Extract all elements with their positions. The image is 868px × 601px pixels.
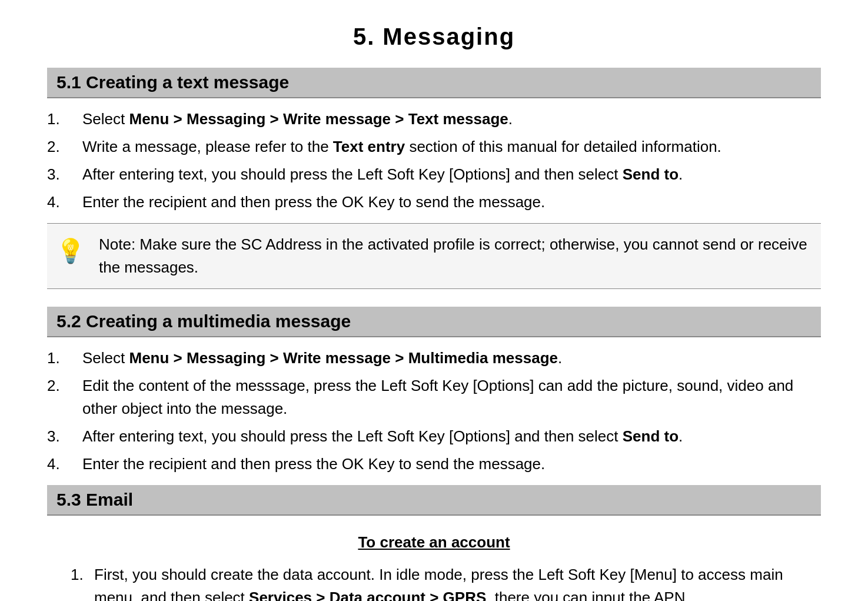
list-item: 4. Enter the recipient and then press th… — [47, 453, 821, 476]
list-item: 2. Write a message, please refer to the … — [47, 135, 821, 158]
bold-text: Menu > Messaging > Write message > Text … — [129, 110, 508, 128]
section-53-header: 5.3 Email — [47, 485, 821, 516]
list-item: 2. Edit the content of the messsage, pre… — [47, 374, 821, 420]
section-51-header: 5.1 Creating a text message — [47, 68, 821, 98]
bold-text: Send to — [623, 427, 679, 445]
list-num: 3. — [47, 425, 82, 448]
section-53-list: 1. First, you should create the data acc… — [47, 563, 821, 601]
list-item: 1. First, you should create the data acc… — [47, 563, 821, 601]
bold-text: Send to — [623, 165, 679, 183]
list-item: 3. After entering text, you should press… — [47, 163, 821, 186]
list-num: 2. — [47, 374, 82, 420]
bold-text: Menu > Messaging > Write message > Multi… — [129, 349, 558, 367]
list-num: 1. — [47, 108, 82, 131]
bold-text: Text entry — [333, 138, 405, 155]
list-content: Edit the content of the messsage, press … — [82, 374, 821, 420]
note-text: Note: Make sure the SC Address in the ac… — [99, 233, 815, 279]
list-num: 2. — [47, 135, 82, 158]
list-content: After entering text, you should press th… — [82, 425, 821, 448]
list-content: Select Menu > Messaging > Write message … — [82, 347, 821, 370]
list-item: 3. After entering text, you should press… — [47, 425, 821, 448]
section-52-list: 1. Select Menu > Messaging > Write messa… — [47, 347, 821, 476]
list-content: First, you should create the data accoun… — [94, 563, 821, 601]
list-item: 4. Enter the recipient and then press th… — [47, 191, 821, 214]
page-title: 5. Messaging — [47, 24, 821, 50]
list-content: Write a message, please refer to the Tex… — [82, 135, 821, 158]
list-num: 3. — [47, 163, 82, 186]
list-item: 1. Select Menu > Messaging > Write messa… — [47, 347, 821, 370]
list-num: 4. — [47, 191, 82, 214]
section-51-list: 1. Select Menu > Messaging > Write messa… — [47, 108, 821, 214]
list-content: Enter the recipient and then press the O… — [82, 453, 821, 476]
note-box: 💡 Note: Make sure the SC Address in the … — [47, 223, 821, 289]
to-create-account-label: To create an account — [47, 533, 821, 552]
lightbulb-icon: 💡 — [53, 233, 88, 268]
section-52-header: 5.2 Creating a multimedia message — [47, 307, 821, 337]
list-content: After entering text, you should press th… — [82, 163, 821, 186]
list-content: Select Menu > Messaging > Write message … — [82, 108, 821, 131]
list-content: Enter the recipient and then press the O… — [82, 191, 821, 214]
list-num: 1. — [47, 563, 94, 601]
list-num: 4. — [47, 453, 82, 476]
list-item: 1. Select Menu > Messaging > Write messa… — [47, 108, 821, 131]
list-num: 1. — [47, 347, 82, 370]
bold-text: Services > Data account > GPRS — [249, 589, 486, 601]
